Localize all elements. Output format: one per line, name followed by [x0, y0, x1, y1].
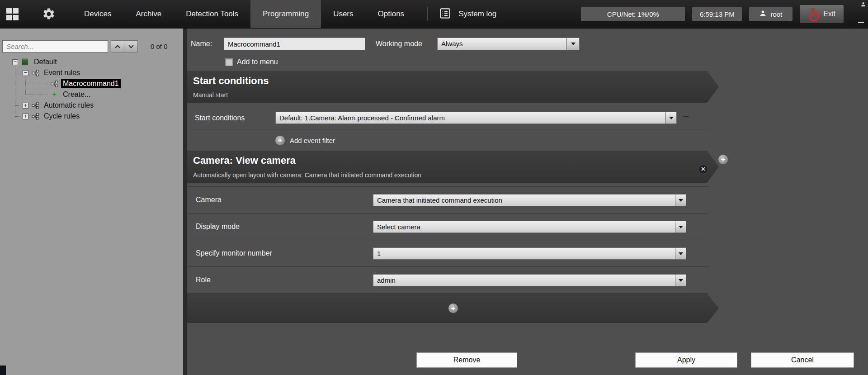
add-event-filter-label: Add event filter: [290, 137, 335, 144]
camera-value[interactable]: Camera that initiated command execution: [373, 194, 675, 206]
menu-detection-tools[interactable]: Detection Tools: [174, 0, 250, 28]
apps-grid-icon[interactable]: [6, 8, 19, 20]
cancel-button[interactable]: Cancel: [751, 352, 854, 368]
start-condition-select[interactable]: Default: 1.Camera: Alarm processed - Con…: [275, 112, 677, 124]
dropdown-arrow-icon[interactable]: [675, 221, 686, 233]
start-conditions-field-label: Start conditions: [195, 112, 245, 124]
display-mode-select[interactable]: Select camera: [373, 221, 686, 233]
remove-action-button[interactable]: [698, 165, 708, 174]
dropdown-arrow-icon[interactable]: [567, 38, 580, 50]
dropdown-arrow-icon[interactable]: [675, 194, 686, 206]
dropdown-arrow-icon[interactable]: [666, 112, 677, 124]
action-subtitle: Automatically open layout with camera: C…: [193, 171, 421, 179]
working-mode-select[interactable]: Always: [437, 38, 580, 50]
tree-connector: [15, 116, 19, 117]
role-value[interactable]: admin: [373, 274, 675, 286]
parameter-row-display-mode: Display mode Select camera: [187, 214, 708, 240]
remove-event-filter-button[interactable]: [681, 111, 690, 123]
toolbar-right-group: CPU/Net: 1%/0% 6:59:13 PM root Exit: [581, 5, 844, 23]
working-mode-value[interactable]: Always: [437, 38, 567, 50]
minimize-icon[interactable]: [858, 22, 864, 23]
rule-branch-icon: [51, 81, 58, 87]
expand-expander-icon[interactable]: [23, 103, 28, 109]
system-log-icon: [439, 7, 451, 21]
menu-archive[interactable]: Archive: [123, 0, 174, 28]
cpu-net-status: CPU/Net: 1%/0%: [581, 7, 685, 21]
tree-connector: [25, 84, 48, 84]
corner-user-icon[interactable]: [861, 0, 866, 9]
parameter-row-camera: Camera Camera that initiated command exe…: [187, 187, 708, 214]
add-step-banner: [187, 294, 719, 323]
start-conditions-title: Start conditions: [193, 75, 269, 87]
clock: 6:59:13 PM: [692, 7, 742, 21]
corner-notch: [0, 366, 6, 375]
tree-item-label: Event rules: [42, 68, 82, 77]
power-icon: [808, 9, 818, 19]
add-action-button[interactable]: [718, 155, 728, 164]
menu-devices[interactable]: Devices: [72, 0, 123, 28]
name-input[interactable]: [224, 38, 365, 50]
tree-item-label: Cycle rules: [42, 112, 81, 121]
tree-connector: [15, 105, 19, 106]
tree-item-default[interactable]: Default: [0, 57, 183, 67]
panel-divider[interactable]: [183, 28, 187, 375]
exit-button[interactable]: Exit: [800, 5, 844, 23]
expand-expander-icon[interactable]: [23, 114, 28, 119]
user-badge[interactable]: root: [749, 7, 793, 21]
menu-programming[interactable]: Programming: [250, 0, 321, 28]
start-conditions-banner: Start conditions Manual start: [187, 71, 719, 103]
camera-select[interactable]: Camera that initiated command execution: [373, 194, 686, 206]
tree-connector: [15, 66, 15, 116]
tree-connector: [25, 95, 48, 95]
tree-connector: [25, 76, 26, 95]
role-select[interactable]: admin: [373, 274, 686, 286]
camera-label: Camera: [196, 187, 222, 213]
working-mode-label: Working mode: [376, 38, 422, 50]
tree-item-label: Automatic rules: [42, 101, 95, 110]
search-input[interactable]: [2, 40, 108, 52]
action-parameters: Camera Camera that initiated command exe…: [187, 186, 708, 294]
tree-item-label-selected: Macrocommand1: [61, 79, 121, 88]
user-name: root: [770, 10, 782, 18]
add-to-menu-checkbox[interactable]: [225, 58, 233, 66]
monitor-number-select[interactable]: 1: [373, 247, 686, 260]
tree-search-bar: 0 of 0: [2, 40, 168, 52]
start-condition-value[interactable]: Default: 1.Camera: Alarm processed - Con…: [275, 112, 666, 124]
menu-system-log[interactable]: System log: [435, 0, 500, 28]
parameter-row-role: Role admin: [187, 267, 708, 294]
tree-item-cycle-rules[interactable]: Cycle rules: [0, 111, 183, 122]
rule-branch-icon: [32, 70, 39, 76]
search-next-button[interactable]: [124, 40, 138, 52]
dropdown-arrow-icon[interactable]: [675, 247, 686, 260]
action-title: Camera: View camera: [193, 155, 296, 166]
display-mode-label: Display mode: [196, 214, 240, 240]
collapse-expander-icon[interactable]: [23, 70, 28, 76]
role-label: Role: [196, 267, 211, 293]
dropdown-arrow-icon[interactable]: [675, 274, 686, 286]
remove-button[interactable]: Remove: [416, 352, 517, 368]
chevron-up-icon: [115, 45, 120, 50]
menu-users[interactable]: Users: [321, 0, 365, 28]
monitor-number-value[interactable]: 1: [373, 247, 675, 260]
display-mode-value[interactable]: Select camera: [373, 221, 675, 233]
apply-button[interactable]: Apply: [635, 352, 737, 368]
search-prev-button[interactable]: [111, 40, 124, 52]
toolbar-separator: [427, 7, 428, 21]
tree-item-label: Create...: [61, 90, 92, 99]
top-toolbar: Devices Archive Detection Tools Programm…: [0, 0, 868, 28]
add-step-button[interactable]: [448, 304, 458, 313]
tree-item-event-rules[interactable]: Event rules: [0, 67, 183, 78]
menu-options[interactable]: Options: [366, 0, 417, 28]
server-stack-icon: [21, 58, 29, 66]
chevron-down-icon: [128, 43, 133, 48]
create-plus-icon: +: [51, 90, 58, 99]
tree-connector: [15, 73, 19, 73]
object-tree: Default Event rules: [0, 57, 183, 122]
parameter-row-monitor-number: Specify monitor number 1: [187, 240, 708, 267]
collapse-expander-icon[interactable]: [12, 59, 18, 65]
settings-gear-icon[interactable]: [42, 7, 56, 21]
tree-item-automatic-rules[interactable]: Automatic rules: [0, 100, 183, 111]
rule-branch-icon: [32, 113, 39, 120]
add-to-menu-label: Add to menu: [237, 57, 278, 67]
add-event-filter-button[interactable]: Add event filter: [275, 135, 335, 145]
